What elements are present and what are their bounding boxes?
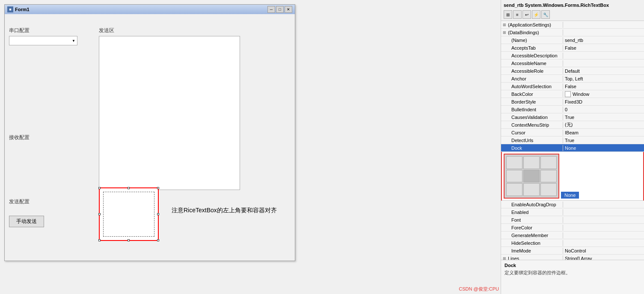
- close-button[interactable]: ✕: [285, 6, 292, 13]
- props-row[interactable]: AcceptsTabFalse: [501, 44, 644, 52]
- props-group-name: ⊞(DataBindings): [501, 30, 563, 36]
- dock-grid-cell[interactable]: [506, 170, 522, 183]
- props-row[interactable]: GenerateMember: [501, 232, 644, 239]
- props-prop-value: False: [563, 45, 644, 51]
- dock-grid-cell[interactable]: [523, 170, 540, 183]
- props-prop-value: [563, 227, 644, 228]
- props-group-label: (ApplicationSettings): [508, 22, 551, 27]
- props-row[interactable]: ⊞LinesString[] Array: [501, 255, 644, 260]
- props-prop-value: True: [563, 137, 644, 143]
- props-prop-value: False: [563, 83, 644, 89]
- dock-popup[interactable]: None: [501, 152, 644, 201]
- props-footer-title: Dock: [505, 263, 641, 268]
- props-prop-value: (无): [563, 121, 644, 128]
- props-prop-name: ForeColor: [501, 225, 563, 231]
- serial-config-dropdown[interactable]: ▼: [9, 36, 77, 45]
- dock-grid-cell[interactable]: [523, 156, 540, 169]
- props-row[interactable]: ⊞(ApplicationSettings): [501, 21, 644, 29]
- props-value-text: Top, Left: [565, 76, 583, 81]
- dock-grid-cell[interactable]: [540, 183, 557, 196]
- props-row[interactable]: ImeModeNoControl: [501, 247, 644, 255]
- props-value-text: None: [565, 146, 576, 151]
- props-prop-name: HideSelection: [501, 240, 563, 246]
- props-prop-value: [563, 243, 644, 244]
- props-component-name: send_rtb System.Windows.Forms.RichTextBo…: [504, 2, 641, 9]
- props-row[interactable]: ⊞(DataBindings): [501, 29, 644, 36]
- props-tool-btn-2[interactable]: ≡: [513, 10, 522, 19]
- props-prop-value: [563, 235, 644, 236]
- props-prop-value: [563, 220, 644, 220]
- props-tool-btn-1[interactable]: ⊞: [504, 10, 512, 19]
- dock-grid-cell[interactable]: [506, 156, 522, 169]
- props-row[interactable]: ContextMenuStrip(无): [501, 121, 644, 129]
- props-prop-name: (Name): [501, 37, 563, 43]
- form-window: ■ Form1 ─ □ ✕ 串口配置 ▼ 发送区: [4, 4, 295, 261]
- send-config-label: 发送配置: [9, 198, 95, 205]
- props-toolbar: ⊞ ≡ ↩ ⚡ 🔧: [504, 10, 641, 19]
- props-row[interactable]: CursorIBeam: [501, 129, 644, 137]
- props-row[interactable]: BackColorWindow: [501, 90, 644, 98]
- send-area-section: 发送区: [99, 27, 291, 190]
- props-row[interactable]: HideSelection: [501, 239, 644, 247]
- props-row[interactable]: DockNone: [501, 144, 644, 152]
- props-prop-name: AcceptsTab: [501, 45, 563, 51]
- dock-grid-cell[interactable]: [506, 183, 522, 196]
- props-row[interactable]: BulletIndent0: [501, 106, 644, 113]
- props-prop-value: [563, 63, 644, 64]
- props-row[interactable]: Font: [501, 216, 644, 224]
- handle-top-left: [98, 187, 101, 189]
- dock-grid-cell[interactable]: [540, 156, 557, 169]
- props-row[interactable]: DetectUrlsTrue: [501, 137, 644, 144]
- send-button[interactable]: 手动发送: [9, 216, 44, 227]
- props-row[interactable]: Enabled: [501, 208, 644, 216]
- dock-grid-cell[interactable]: [523, 183, 540, 196]
- expand-icon: ⊞: [503, 256, 506, 260]
- props-tool-btn-5[interactable]: 🔧: [541, 10, 550, 19]
- props-row[interactable]: ForeColor: [501, 224, 644, 232]
- rice-textbox[interactable]: [99, 187, 159, 241]
- color-swatch: [565, 91, 571, 97]
- props-row[interactable]: AccessibleDescription: [501, 52, 644, 59]
- form-designer: ■ Form1 ─ □ ✕ 串口配置 ▼ 发送区: [0, 0, 501, 294]
- dock-grid-cell[interactable]: [540, 170, 557, 183]
- props-footer: Dock 定义要绑定到容器的控件边框。: [501, 260, 644, 294]
- props-prop-value: Window: [563, 91, 644, 98]
- props-row[interactable]: BorderStyleFixed3D: [501, 98, 644, 106]
- dock-none-label[interactable]: None: [561, 192, 579, 199]
- props-prop-value: [563, 24, 644, 25]
- props-row[interactable]: (Name)send_rtb: [501, 36, 644, 44]
- props-value-text: False: [565, 84, 576, 89]
- props-row[interactable]: CausesValidationTrue: [501, 113, 644, 121]
- props-prop-name: Dock: [501, 145, 563, 151]
- maximize-button[interactable]: □: [276, 6, 284, 13]
- props-prop-value: Fixed3D: [563, 99, 644, 105]
- props-row[interactable]: AccessibleRoleDefault: [501, 67, 644, 75]
- props-prop-name: AccessibleDescription: [501, 53, 563, 59]
- receive-config-section: 接收配置: [9, 134, 95, 143]
- props-value-text: Window: [573, 92, 589, 97]
- props-prop-name: DetectUrls: [501, 137, 563, 143]
- props-prop-name: ContextMenuStrip: [501, 122, 563, 128]
- minimize-button[interactable]: ─: [267, 6, 275, 13]
- props-prop-value: NoControl: [563, 248, 644, 254]
- props-group-name: ⊞(ApplicationSettings): [501, 22, 563, 28]
- props-tool-btn-3[interactable]: ↩: [522, 10, 531, 19]
- send-textarea[interactable]: [99, 36, 240, 190]
- props-tool-btn-4[interactable]: ⚡: [532, 10, 540, 19]
- props-group-label: (DataBindings): [508, 30, 539, 35]
- props-prop-value: send_rtb: [563, 37, 644, 43]
- props-value-text: (无): [565, 122, 573, 128]
- props-row[interactable]: EnableAutoDragDrop: [501, 201, 644, 208]
- props-prop-name: BulletIndent: [501, 107, 563, 113]
- props-prop-name: BorderStyle: [501, 99, 563, 105]
- props-row[interactable]: AccessibleName: [501, 59, 644, 67]
- expand-icon: ⊞: [503, 30, 506, 35]
- props-row[interactable]: AnchorTop, Left: [501, 75, 644, 83]
- props-prop-name: ImeMode: [501, 248, 563, 254]
- props-value-text: True: [565, 115, 574, 120]
- dock-grid: [504, 154, 559, 199]
- props-prop-value: True: [563, 114, 644, 120]
- send-area-label: 发送区: [99, 27, 291, 34]
- props-row[interactable]: AutoWordSelectionFalse: [501, 83, 644, 90]
- props-prop-value: String[] Array: [563, 255, 644, 260]
